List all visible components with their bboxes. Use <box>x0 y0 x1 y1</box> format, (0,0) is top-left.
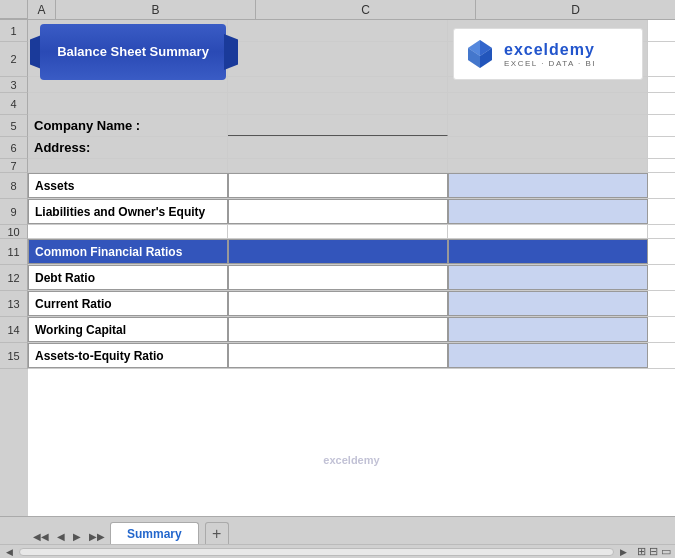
cell-debt-value[interactable] <box>448 265 648 290</box>
cell-current-spacer <box>228 291 448 316</box>
cell-d7 <box>448 159 648 172</box>
scroll-left[interactable]: ◀ <box>4 547 15 557</box>
cell-d2-logo: exceldemy EXCEL · DATA · BI <box>448 42 648 76</box>
cell-c1 <box>228 20 448 41</box>
col-header-d: D <box>476 0 675 19</box>
tab-nav-left[interactable]: ◀ <box>54 529 68 544</box>
cell-working-label: Working Capital <box>28 317 228 342</box>
row-num-1: 1 <box>0 20 28 42</box>
cell-equity-value[interactable] <box>448 343 648 368</box>
cell-ratios-header-d <box>448 239 648 264</box>
row-14: Working Capital <box>28 317 675 343</box>
row-11: Common Financial Ratios <box>28 239 675 265</box>
cell-assets-label: Assets <box>28 173 228 198</box>
tab-nav-right-right[interactable]: ▶▶ <box>86 529 108 544</box>
col-header-c: C <box>256 0 476 19</box>
row-num-8: 8 <box>0 173 28 199</box>
scroll-track[interactable] <box>19 548 614 556</box>
cell-company-label: Company Name : <box>28 115 228 136</box>
banner-title: Balance Sheet Summary <box>57 44 209 60</box>
tab-nav-right[interactable]: ▶ <box>70 529 84 544</box>
row-4 <box>28 93 675 115</box>
cell-company-value[interactable] <box>228 115 448 136</box>
add-sheet-button[interactable]: + <box>205 522 229 544</box>
row-num-2: 2 <box>0 42 28 77</box>
cell-assets-value[interactable] <box>448 173 648 198</box>
corner-cell <box>0 0 28 19</box>
exceldemy-icon <box>462 36 498 72</box>
watermark: exceldemy <box>323 454 379 466</box>
cell-equity-spacer <box>228 343 448 368</box>
cell-current-label: Current Ratio <box>28 291 228 316</box>
row-num-14: 14 <box>0 317 28 343</box>
cell-d10 <box>448 225 648 238</box>
logo-tagline: EXCEL · DATA · BI <box>504 59 596 68</box>
cell-d5 <box>448 115 648 136</box>
cell-liabilities-value[interactable] <box>448 199 648 224</box>
row-7 <box>28 159 675 173</box>
cell-c7 <box>228 159 448 172</box>
cell-liabilities-spacer <box>228 199 448 224</box>
scroll-right[interactable]: ▶ <box>618 547 629 557</box>
row-6: Address: <box>28 137 675 159</box>
cell-liabilities-label: Liabilities and Owner's Equity <box>28 199 228 224</box>
cell-b10 <box>28 225 228 238</box>
tab-nav-left-left[interactable]: ◀◀ <box>30 529 52 544</box>
tab-nav-arrows: ◀◀ ◀ ▶ ▶▶ <box>30 529 108 544</box>
cells-area: Balance Sheet Summary <box>28 20 675 516</box>
cell-address-value[interactable] <box>228 137 448 158</box>
status-bar: ⊞ ⊟ ▭ <box>637 545 671 558</box>
row-num-13: 13 <box>0 291 28 317</box>
cell-c10 <box>228 225 448 238</box>
grid-area: 1 2 3 4 5 6 7 8 9 10 11 12 13 14 15 <box>0 20 675 516</box>
row-2: Balance Sheet Summary <box>28 42 675 77</box>
cell-b7 <box>28 159 228 172</box>
row-num-4: 4 <box>0 93 28 115</box>
row-9: Liabilities and Owner's Equity <box>28 199 675 225</box>
cell-c2 <box>228 42 448 76</box>
row-num-3: 3 <box>0 77 28 93</box>
row-13: Current Ratio <box>28 291 675 317</box>
cell-d4 <box>448 93 648 114</box>
row-num-5: 5 <box>0 115 28 137</box>
cell-assets-spacer <box>228 173 448 198</box>
row-num-12: 12 <box>0 265 28 291</box>
row-num-11: 11 <box>0 239 28 265</box>
cell-current-value[interactable] <box>448 291 648 316</box>
cell-d6 <box>448 137 648 158</box>
cell-address-label: Address: <box>28 137 228 158</box>
row-5: Company Name : <box>28 115 675 137</box>
spreadsheet: A B C D 1 2 3 4 5 6 7 8 9 10 11 12 13 14… <box>0 0 675 558</box>
cell-debt-label: Debt Ratio <box>28 265 228 290</box>
row-10 <box>28 225 675 239</box>
row-num-10: 10 <box>0 225 28 239</box>
row-num-7: 7 <box>0 159 28 173</box>
row-num-9: 9 <box>0 199 28 225</box>
cell-ratios-header-c <box>228 239 448 264</box>
cell-equity-label: Assets-to-Equity Ratio <box>28 343 228 368</box>
cell-c3 <box>228 77 448 92</box>
cell-debt-spacer <box>228 265 448 290</box>
cell-b2-banner: Balance Sheet Summary <box>28 42 228 76</box>
cell-ratios-header: Common Financial Ratios <box>28 239 228 264</box>
row-8: Assets <box>28 173 675 199</box>
row-numbers: 1 2 3 4 5 6 7 8 9 10 11 12 13 14 15 <box>0 20 28 516</box>
cell-c4 <box>228 93 448 114</box>
cell-working-spacer <box>228 317 448 342</box>
col-header-b: B <box>56 0 256 19</box>
horizontal-scrollbar[interactable]: ◀ ▶ ⊞ ⊟ ▭ <box>0 544 675 558</box>
row-12: Debt Ratio <box>28 265 675 291</box>
row-num-15: 15 <box>0 343 28 369</box>
col-header-a: A <box>28 0 56 19</box>
cell-working-value[interactable] <box>448 317 648 342</box>
cell-b4 <box>28 93 228 114</box>
sheet-tab-summary[interactable]: Summary <box>110 522 199 544</box>
logo-name: exceldemy <box>504 41 596 59</box>
row-num-6: 6 <box>0 137 28 159</box>
row-15: Assets-to-Equity Ratio <box>28 343 675 369</box>
tab-bar: ◀◀ ◀ ▶ ▶▶ Summary + <box>0 516 675 544</box>
column-headers: A B C D <box>0 0 675 20</box>
